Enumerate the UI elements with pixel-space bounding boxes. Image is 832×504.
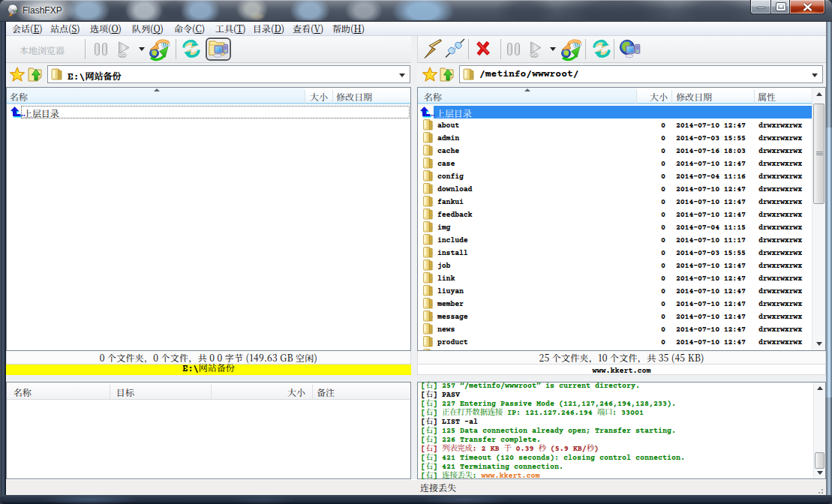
svg-text:GO: GO bbox=[119, 53, 125, 58]
svg-text:GO: GO bbox=[531, 53, 537, 58]
